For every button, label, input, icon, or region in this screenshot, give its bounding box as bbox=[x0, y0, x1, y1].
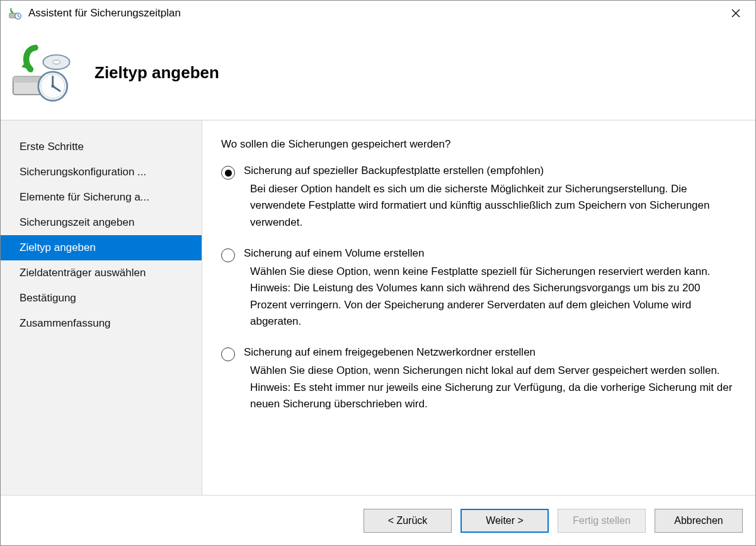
page-title: Zieltyp angeben bbox=[94, 63, 219, 83]
window-title: Assistent für Sicherungszeitplan bbox=[28, 7, 721, 20]
radio-network-share[interactable] bbox=[221, 347, 235, 361]
option-label: Sicherung auf spezieller Backupfestplatt… bbox=[244, 165, 736, 177]
option-description: Wählen Sie diese Option, wenn keine Fest… bbox=[250, 264, 736, 330]
body: Erste Schritte Sicherungskonfiguration .… bbox=[1, 120, 755, 495]
svg-point-5 bbox=[53, 60, 60, 64]
option-network-share[interactable]: Sicherung auf einem freigegebenen Netzwe… bbox=[221, 346, 736, 412]
sidebar-item-sicherungszeit[interactable]: Sicherungszeit angeben bbox=[1, 210, 202, 235]
question-text: Wo sollen die Sicherungen gespeichert we… bbox=[221, 138, 736, 151]
sidebar-item-zusammenfassung[interactable]: Zusammenfassung bbox=[1, 311, 202, 336]
sidebar-item-elemente[interactable]: Elemente für Sicherung a... bbox=[1, 185, 202, 210]
wizard-steps-sidebar: Erste Schritte Sicherungskonfiguration .… bbox=[1, 120, 202, 495]
sidebar-item-sicherungskonfiguration[interactable]: Sicherungskonfiguration ... bbox=[1, 160, 202, 185]
sidebar-item-zieldatentraeger[interactable]: Zieldatenträger auswählen bbox=[1, 260, 202, 286]
radio-dedicated-disk[interactable] bbox=[221, 166, 235, 180]
header-band: Zieltyp angeben bbox=[1, 26, 755, 120]
sidebar-item-zieltyp[interactable]: Zieltyp angeben bbox=[1, 235, 202, 260]
finish-button: Fertig stellen bbox=[558, 509, 646, 533]
wizard-header-icon bbox=[9, 43, 76, 103]
svg-point-8 bbox=[51, 84, 54, 88]
cancel-button[interactable]: Abbrechen bbox=[655, 509, 743, 533]
option-label: Sicherung auf einem Volume erstellen bbox=[244, 247, 736, 260]
option-description: Bei dieser Option handelt es sich um die… bbox=[250, 181, 736, 231]
option-dedicated-disk[interactable]: Sicherung auf spezieller Backupfestplatt… bbox=[221, 165, 736, 231]
option-label: Sicherung auf einem freigegebenen Netzwe… bbox=[244, 346, 736, 359]
option-description: Wählen Sie diese Option, wenn Sicherunge… bbox=[250, 363, 736, 412]
titlebar-backup-icon bbox=[8, 6, 22, 20]
back-button[interactable]: < Zurück bbox=[364, 509, 452, 533]
titlebar: Assistent für Sicherungszeitplan bbox=[1, 1, 755, 26]
wizard-window: Assistent für Sicherungszeitplan bbox=[0, 0, 756, 546]
radio-volume[interactable] bbox=[221, 248, 235, 262]
sidebar-item-erste-schritte[interactable]: Erste Schritte bbox=[1, 134, 202, 160]
close-button[interactable] bbox=[721, 3, 750, 23]
option-volume[interactable]: Sicherung auf einem Volume erstellen Wäh… bbox=[221, 247, 736, 330]
next-button[interactable]: Weiter > bbox=[461, 509, 549, 533]
content-pane: Wo sollen die Sicherungen gespeichert we… bbox=[202, 120, 755, 495]
footer-buttons: < Zurück Weiter > Fertig stellen Abbrech… bbox=[1, 495, 755, 545]
sidebar-item-bestaetigung[interactable]: Bestätigung bbox=[1, 286, 202, 311]
